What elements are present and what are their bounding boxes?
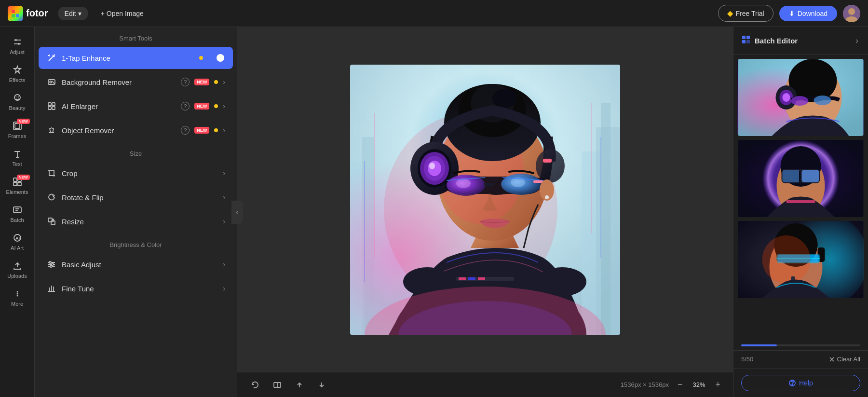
tool-item-resize[interactable]: Resize › xyxy=(39,210,233,233)
sidebar-item-effects[interactable]: Effects xyxy=(3,61,32,87)
chevron-crop: › xyxy=(223,169,225,177)
tool-name-bg-remover: Background Remover xyxy=(62,78,176,86)
tool-item-one-tap[interactable]: 1-Tap Enhance xyxy=(39,47,233,69)
sidebar-icons: Adjust Effects Beauty NEW Frames xyxy=(0,27,35,397)
zoom-in-button[interactable]: + xyxy=(712,379,723,391)
tool-item-rotate[interactable]: Rotate & Flip › xyxy=(39,186,233,208)
right-panel-title: Batch Editor xyxy=(755,37,798,45)
sidebar-item-batch[interactable]: Batch xyxy=(3,201,32,227)
undo-button[interactable] xyxy=(247,378,263,392)
sidebar-item-elements[interactable]: NEW Elements xyxy=(3,173,32,199)
avatar[interactable] xyxy=(843,5,860,22)
new-badge-bg: NEW xyxy=(194,79,209,85)
scroll-indicator xyxy=(741,344,860,346)
undo-history-button[interactable] xyxy=(291,378,308,392)
logo-icon xyxy=(8,6,23,21)
smart-tools-label: Smart Tools xyxy=(35,27,237,46)
tool-name-crop: Crop xyxy=(62,169,218,178)
dot-enlarger xyxy=(214,104,218,108)
svg-point-8 xyxy=(15,39,17,41)
tool-item-basic-adjust[interactable]: Basic Adjust › xyxy=(39,253,233,275)
fine-tune-icon xyxy=(46,283,57,294)
tool-item-obj-remover[interactable]: Object Remover ? NEW › xyxy=(39,119,233,141)
svg-rect-83 xyxy=(746,36,750,39)
tool-item-ai-enlarger[interactable]: AI Enlarger ? NEW › xyxy=(39,95,233,117)
svg-point-118 xyxy=(792,384,793,385)
help-icon-enlarger[interactable]: ? xyxy=(181,102,190,110)
tool-name-fine-tune: Fine Tune xyxy=(62,285,218,293)
dot-obj xyxy=(214,128,218,132)
sidebar-item-more[interactable]: More xyxy=(3,285,32,311)
help-button[interactable]: Help xyxy=(741,375,860,391)
sidebar-item-adjust[interactable]: Adjust xyxy=(3,33,32,59)
tool-name-resize: Resize xyxy=(62,218,218,226)
left-panel: Smart Tools 1-Tap Enhance xyxy=(35,27,237,397)
svg-rect-18 xyxy=(14,182,17,186)
tool-name-basic-adjust: Basic Adjust xyxy=(62,260,218,269)
sidebar-item-text[interactable]: Text xyxy=(3,145,32,171)
tool-item-bg-remover[interactable]: Background Remover ? NEW › xyxy=(39,71,233,93)
image-size: 1536px × 1536px xyxy=(621,381,669,388)
canvas-content xyxy=(237,27,733,372)
zoom-out-button[interactable]: − xyxy=(675,379,686,391)
svg-point-63 xyxy=(429,163,435,169)
sidebar-item-frames[interactable]: NEW Frames xyxy=(3,117,32,143)
dot-bg xyxy=(214,80,218,84)
svg-point-64 xyxy=(536,149,565,183)
svg-point-35 xyxy=(52,263,54,265)
batch-image-1[interactable] xyxy=(737,59,864,136)
expand-panel-button[interactable]: › xyxy=(854,34,860,48)
tool-item-fine-tune[interactable]: Fine Tune › xyxy=(39,277,233,300)
redo-button[interactable] xyxy=(313,378,330,392)
tool-name-one-tap: 1-Tap Enhance xyxy=(62,54,194,62)
svg-rect-2 xyxy=(12,14,15,17)
svg-rect-29 xyxy=(52,103,55,106)
svg-rect-0 xyxy=(12,10,15,13)
download-button[interactable]: ⬇ Download xyxy=(779,6,837,21)
batch-image-2[interactable] xyxy=(737,140,864,217)
chevron-down-icon: ▾ xyxy=(78,10,81,17)
toggle-one-tap[interactable] xyxy=(208,53,225,63)
open-image-button[interactable]: + Open Image xyxy=(94,7,150,20)
svg-rect-15 xyxy=(15,123,20,128)
batch-counter: 5/50 xyxy=(741,356,753,363)
svg-point-34 xyxy=(49,261,51,263)
enlarger-icon xyxy=(46,101,57,111)
header: fotor Edit ▾ + Open Image ◆ Free Trial ⬇… xyxy=(0,0,868,27)
collapse-panel-button[interactable]: ‹ xyxy=(231,201,243,224)
diamond-icon: ◆ xyxy=(727,9,733,18)
chevron-basic-adjust: › xyxy=(223,260,225,268)
new-badge-obj: NEW xyxy=(194,127,209,134)
svg-point-73 xyxy=(545,195,549,199)
logo: fotor xyxy=(8,6,48,21)
main-image xyxy=(350,65,620,335)
svg-point-25 xyxy=(16,295,18,297)
svg-rect-49 xyxy=(478,277,485,280)
clear-all-button[interactable]: Clear All xyxy=(828,356,860,363)
svg-rect-85 xyxy=(746,40,750,43)
batch-image-3[interactable] xyxy=(737,221,864,298)
svg-rect-71 xyxy=(533,180,543,183)
sidebar-item-ai-art[interactable]: AI AI Art xyxy=(3,229,32,255)
help-icon-bg[interactable]: ? xyxy=(181,78,190,86)
new-badge-frames: NEW xyxy=(17,119,30,124)
svg-point-24 xyxy=(16,293,18,295)
compare-button[interactable] xyxy=(269,378,285,392)
zoom-level: 32% xyxy=(689,381,708,388)
svg-point-13 xyxy=(18,96,19,97)
tool-name-rotate: Rotate & Flip xyxy=(62,193,218,202)
help-icon-obj[interactable]: ? xyxy=(181,126,190,135)
svg-rect-28 xyxy=(48,103,51,106)
edit-button[interactable]: Edit ▾ xyxy=(58,7,88,20)
left-panel-wrapper: Smart Tools 1-Tap Enhance xyxy=(35,27,237,397)
sidebar-label-elements: Elements xyxy=(6,189,28,195)
svg-rect-47 xyxy=(459,277,466,280)
tool-item-crop[interactable]: Crop › xyxy=(39,162,233,184)
svg-rect-65 xyxy=(543,159,552,163)
sidebar-label-ai-art: AI Art xyxy=(11,245,24,251)
sidebar-item-uploads[interactable]: Uploads xyxy=(3,257,32,283)
chevron-rotate: › xyxy=(223,193,225,201)
svg-text:AI: AI xyxy=(15,236,20,241)
sidebar-item-beauty[interactable]: Beauty xyxy=(3,89,32,115)
free-trial-button[interactable]: ◆ Free Trial xyxy=(718,5,773,22)
